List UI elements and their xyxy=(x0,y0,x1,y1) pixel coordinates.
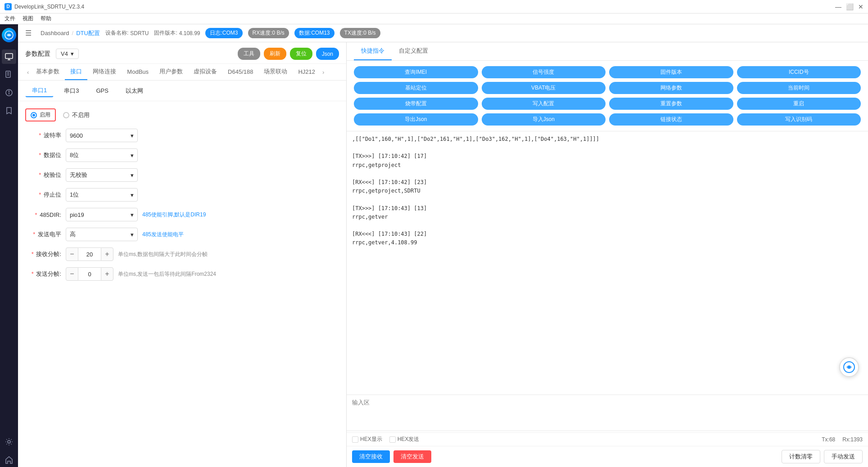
menu-view[interactable]: 视图 xyxy=(23,15,33,22)
stop-bits-select[interactable]: 1位 ▾ xyxy=(66,188,138,202)
data-btn[interactable]: 数据:COM13 xyxy=(294,28,335,38)
tool-button[interactable]: 工具 xyxy=(238,48,260,60)
send-level-row: * 发送电平 高 ▾ 485发送使能电平 xyxy=(25,228,339,241)
tab-modbus[interactable]: ModBus xyxy=(122,65,154,80)
tab-basic-params[interactable]: 基本参数 xyxy=(31,64,65,80)
cmd-firmware-version[interactable]: 固件版本 xyxy=(609,66,733,78)
cmd-write-config[interactable]: 写入配置 xyxy=(482,98,606,110)
cmd-iccid[interactable]: ICCID号 xyxy=(737,66,861,78)
refresh-button[interactable]: 刷新 xyxy=(264,48,286,60)
clear-rx-button[interactable]: 清空接收 xyxy=(352,450,390,463)
tx-count: Tx:68 xyxy=(822,436,835,443)
breadcrumb-dashboard[interactable]: Dashboard xyxy=(41,30,69,36)
version-select[interactable]: V4 ▾ xyxy=(56,49,79,59)
cmd-network-params[interactable]: 网络参数 xyxy=(609,82,733,94)
tx-split-decrement[interactable]: − xyxy=(66,267,78,281)
bottom-status-bar: HEX显示 HEX发送 Tx:68 Rx:1393 xyxy=(347,432,868,446)
close-btn[interactable]: ✕ xyxy=(858,3,863,10)
manual-send-button[interactable]: 手动发送 xyxy=(824,450,863,463)
cmd-current-time[interactable]: 当前时间 xyxy=(737,82,861,94)
cmd-export-json[interactable]: 导出Json xyxy=(354,113,478,126)
maximize-btn[interactable]: ⬜ xyxy=(846,3,854,10)
input-textarea[interactable] xyxy=(347,395,868,431)
cmd-import-json[interactable]: 导入Json xyxy=(482,113,606,126)
rx-split-hint: 单位ms,数据包间隔大于此时间会分帧 xyxy=(118,251,208,258)
parity-row: * 校验位 无校验 ▾ xyxy=(25,168,339,182)
clear-tx-button[interactable]: 清空发送 xyxy=(393,450,431,463)
cmd-reset-params[interactable]: 重置参数 xyxy=(609,98,733,110)
panel-header: 参数配置 V4 ▾ 工具 刷新 复位 Json xyxy=(18,42,346,64)
sidebar-item-info[interactable] xyxy=(2,85,16,100)
window-controls: — ⬜ ✕ xyxy=(835,3,863,10)
sidebar-item-device[interactable] xyxy=(2,67,16,82)
tx-split-value[interactable]: 0 xyxy=(78,267,101,281)
tabs-left-arrow[interactable]: ‹ xyxy=(25,65,31,79)
rx-split-value[interactable]: 20 xyxy=(78,247,101,261)
tab-network[interactable]: 网络连接 xyxy=(87,64,122,80)
sidebar-item-monitor[interactable] xyxy=(2,49,16,64)
cmd-query-imei[interactable]: 查询IMEI xyxy=(354,66,478,78)
sub-tab-serial3[interactable]: 串口3 xyxy=(57,85,86,97)
tab-interface[interactable]: 接口 xyxy=(65,64,87,80)
tab-quick-commands[interactable]: 快捷指令 xyxy=(354,42,392,60)
sidebar-item-settings[interactable] xyxy=(2,435,16,449)
data-bits-select[interactable]: 8位 ▾ xyxy=(66,148,138,162)
clear-count-button[interactable]: 计数清零 xyxy=(782,450,820,463)
select-arrow: ▾ xyxy=(131,192,134,198)
reset-button[interactable]: 复位 xyxy=(290,48,312,60)
dir485-label: * 485DIR: xyxy=(25,211,61,218)
sub-tab-ethernet[interactable]: 以太网 xyxy=(119,85,150,97)
rx-speed: RX速度:0 B/s xyxy=(248,28,289,38)
enable-radio-group: 启用 不启用 xyxy=(25,108,339,121)
cmd-burn-config[interactable]: 烧带配置 xyxy=(354,98,478,110)
enable-label: 启用 xyxy=(40,111,50,119)
device-name-info: 设备名称: SDRTU xyxy=(105,29,149,37)
cmd-base-location[interactable]: 基站定位 xyxy=(354,82,478,94)
menu-file[interactable]: 文件 xyxy=(5,15,15,22)
panel-title: 参数配置 xyxy=(25,50,50,58)
hex-display-checkbox[interactable]: HEX显示 xyxy=(352,436,382,443)
console-line-7 xyxy=(352,195,863,204)
dir485-select[interactable]: pio19 ▾ xyxy=(66,208,138,221)
tab-virtual-device[interactable]: 虚拟设备 xyxy=(188,64,222,80)
menu-toggle-icon[interactable]: ☰ xyxy=(25,29,32,37)
hex-send-checkbox[interactable]: HEX发送 xyxy=(389,436,420,443)
disable-option[interactable]: 不启用 xyxy=(63,111,90,119)
cmd-vbat-voltage[interactable]: VBAT电压 xyxy=(482,82,606,94)
cmd-link-status[interactable]: 链接状态 xyxy=(609,113,733,126)
tab-user-params[interactable]: 用户参数 xyxy=(154,64,188,80)
svg-rect-1 xyxy=(5,54,13,58)
rx-split-increment[interactable]: + xyxy=(101,247,113,261)
json-button[interactable]: Json xyxy=(316,48,339,60)
enable-radio-circle xyxy=(31,112,37,118)
tab-hj212[interactable]: HJ212 xyxy=(293,65,321,80)
log-btn[interactable]: 日志:COM3 xyxy=(205,28,242,38)
quick-commands-grid: 查询IMEI 信号强度 固件版本 ICCID号 基站定位 VBAT电压 网络参数… xyxy=(347,61,868,131)
tx-split-increment[interactable]: + xyxy=(101,267,113,281)
sub-tab-gps[interactable]: GPS xyxy=(89,85,115,96)
overlay-icon[interactable] xyxy=(839,357,859,377)
version-dropdown-icon: ▾ xyxy=(71,50,74,57)
app-logo: D xyxy=(5,3,12,10)
cmd-reboot[interactable]: 重启 xyxy=(737,98,861,110)
tab-d645[interactable]: D645/188 xyxy=(222,65,258,80)
sidebar-item-home[interactable] xyxy=(2,453,16,467)
minimize-btn[interactable]: — xyxy=(835,3,841,10)
topbar: ☰ Dashboard / DTU配置 设备名称: SDRTU 固件版本: 4.… xyxy=(18,24,868,42)
baud-rate-select[interactable]: 9600 ▾ xyxy=(66,129,138,142)
rx-split-decrement[interactable]: − xyxy=(66,247,78,261)
sub-tab-serial1[interactable]: 串口1 xyxy=(25,84,54,97)
tab-custom-config[interactable]: 自定义配置 xyxy=(392,42,435,60)
tab-scene[interactable]: 场景联动 xyxy=(258,64,293,80)
console-line-3: rrpc,getproject xyxy=(352,161,863,170)
menu-help[interactable]: 帮助 xyxy=(41,15,51,22)
tabs-right-arrow[interactable]: › xyxy=(321,65,326,79)
send-level-select[interactable]: 高 ▾ xyxy=(66,228,138,241)
cmd-write-id[interactable]: 写入识别码 xyxy=(737,113,861,126)
panel-header-buttons: 工具 刷新 复位 Json xyxy=(238,48,339,60)
sidebar-item-bookmark[interactable] xyxy=(2,103,16,118)
cmd-signal-strength[interactable]: 信号强度 xyxy=(482,66,606,78)
enable-option[interactable]: 启用 xyxy=(25,108,56,121)
disable-label: 不启用 xyxy=(72,111,90,119)
parity-select[interactable]: 无校验 ▾ xyxy=(66,168,138,182)
